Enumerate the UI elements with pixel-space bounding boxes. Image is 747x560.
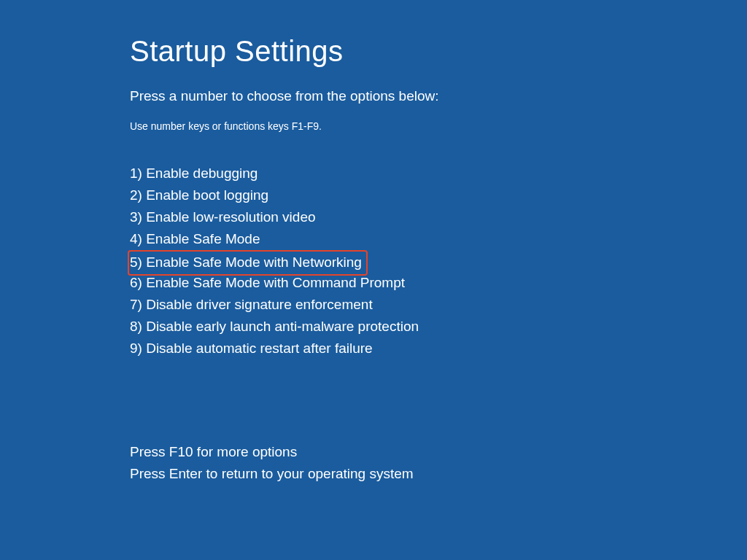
option-6[interactable]: 6) Enable Safe Mode with Command Prompt [130, 272, 405, 294]
subtitle-text: Press a number to choose from the option… [130, 88, 747, 104]
footer-instructions: Press F10 for more options Press Enter t… [130, 441, 747, 485]
page-title: Startup Settings [130, 35, 747, 68]
option-1[interactable]: 1) Enable debugging [130, 163, 258, 184]
option-7[interactable]: 7) Disable driver signature enforcement [130, 294, 373, 316]
option-4[interactable]: 4) Enable Safe Mode [130, 228, 260, 250]
option-3[interactable]: 3) Enable low-resolution video [130, 206, 316, 228]
options-list: 1) Enable debugging 2) Enable boot loggi… [130, 163, 747, 359]
return-text: Press Enter to return to your operating … [130, 463, 747, 485]
option-2[interactable]: 2) Enable boot logging [130, 184, 268, 206]
option-8[interactable]: 8) Disable early launch anti-malware pro… [130, 316, 419, 338]
more-options-text: Press F10 for more options [130, 441, 747, 463]
option-9[interactable]: 9) Disable automatic restart after failu… [130, 338, 373, 359]
startup-settings-screen: Startup Settings Press a number to choos… [0, 0, 747, 485]
keyboard-hint: Use number keys or functions keys F1-F9. [130, 120, 747, 132]
